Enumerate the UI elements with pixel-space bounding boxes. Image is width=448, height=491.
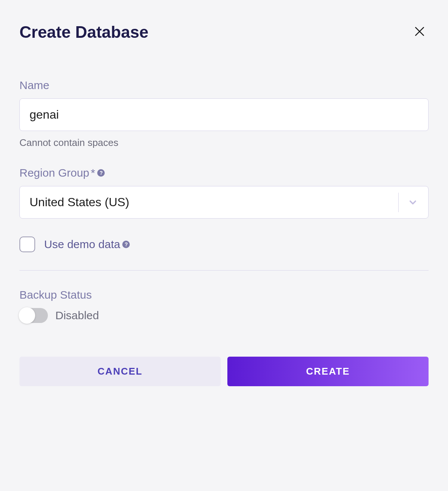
close-button[interactable]: [411, 22, 429, 42]
region-label: Region Group: [19, 167, 89, 179]
region-select[interactable]: United States (US): [19, 186, 429, 219]
demo-data-checkbox[interactable]: [19, 237, 35, 252]
name-helper-text: Cannot contain spaces: [19, 137, 429, 149]
cancel-button[interactable]: CANCEL: [19, 357, 221, 386]
close-icon: [414, 25, 426, 39]
help-icon[interactable]: ?: [97, 169, 105, 177]
create-button[interactable]: CREATE: [227, 357, 429, 386]
required-asterisk: *: [91, 167, 95, 179]
toggle-thumb: [19, 307, 35, 324]
demo-data-label: Use demo data: [44, 238, 120, 251]
backup-state-label: Disabled: [55, 309, 99, 322]
name-label: Name: [19, 79, 429, 92]
help-icon[interactable]: ?: [122, 241, 130, 248]
modal-title: Create Database: [19, 23, 148, 42]
name-input[interactable]: [19, 98, 429, 131]
backup-status-label: Backup Status: [19, 289, 429, 301]
backup-toggle[interactable]: [19, 308, 48, 323]
divider: [19, 270, 429, 271]
